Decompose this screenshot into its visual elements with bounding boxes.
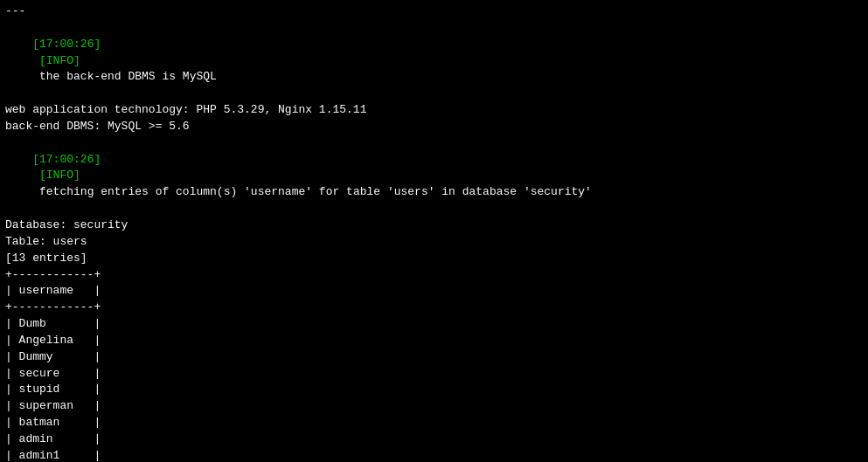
entries-count-line: [13 entries] [5, 251, 863, 267]
table-row-admin: | admin | [5, 431, 863, 448]
table-row-dumb: | Dumb | [5, 316, 863, 333]
separator-line: --- [5, 3, 863, 20]
table-row-angelina: | Angelina | [5, 333, 863, 349]
terminal-window: --- [17:00:26] [INFO] the back-end DBMS … [0, 0, 868, 462]
info-line-dbms: [17:00:26] [INFO] the back-end DBMS is M… [5, 20, 863, 102]
table-row-secure: | secure | [5, 366, 863, 383]
table-header-border: +------------+ [5, 300, 863, 316]
table-header-row: | username | [5, 283, 863, 300]
dbms-value: MySQL [183, 70, 217, 83]
info-tag-2: [INFO] [32, 169, 80, 182]
info-msg-1: the back-end DBMS is [32, 70, 183, 83]
table-row-batman: | batman | [5, 415, 863, 431]
table-line: Table: users [5, 234, 863, 251]
table-row-admin1: | admin1 | [5, 448, 863, 462]
info-msg-2: fetching entries of column(s) 'username'… [32, 185, 592, 198]
timestamp-2: [17:00:26] [32, 153, 101, 166]
tech-line: web application technology: PHP 5.3.29, … [5, 102, 863, 119]
info-tag-1: [INFO] [32, 54, 80, 67]
info-line-fetch: [17:00:26] [INFO] fetching entries of co… [5, 135, 863, 217]
database-line: Database: security [5, 217, 863, 234]
table-row-superman: | superman | [5, 398, 863, 415]
timestamp-1: [17:00:26] [32, 38, 101, 51]
table-row-stupid: | stupid | [5, 382, 863, 398]
table-row-dummy: | Dummy | [5, 349, 863, 366]
table-top-border: +------------+ [5, 267, 863, 284]
backend-dbms-line: back-end DBMS: MySQL >= 5.6 [5, 119, 863, 135]
